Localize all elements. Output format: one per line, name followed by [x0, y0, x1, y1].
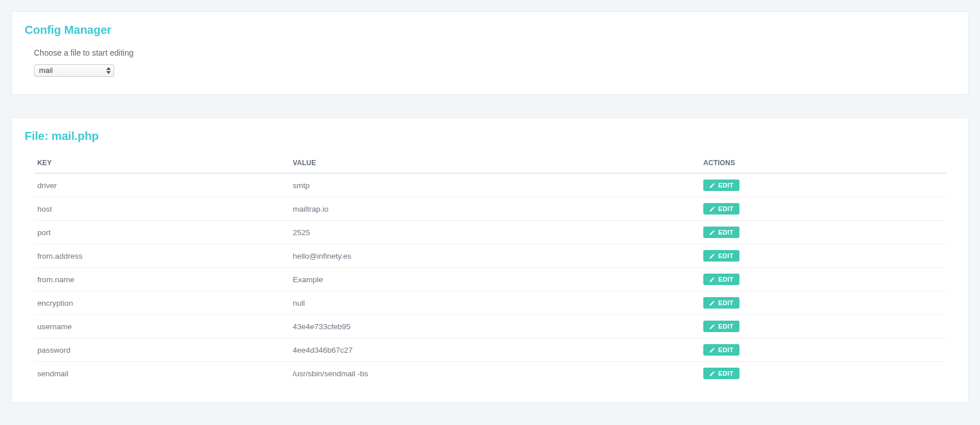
edit-icon [709, 206, 715, 212]
table-row: hostmailtrap.ioEDIT [34, 197, 946, 221]
config-manager-header: Config Manager [12, 12, 968, 48]
cell-actions: EDIT [700, 197, 946, 221]
cell-key: host [34, 197, 289, 221]
edit-button-label: EDIT [718, 229, 734, 236]
edit-icon [709, 229, 715, 236]
file-panel: File: mail.php KEY VALUE ACTIONS drivers… [11, 118, 969, 403]
cell-actions: EDIT [700, 173, 946, 197]
cell-key: driver [34, 173, 289, 197]
edit-icon [709, 253, 715, 259]
cell-key: sendmail [34, 362, 289, 385]
table-row: driversmtpEDIT [34, 173, 946, 197]
edit-button-label: EDIT [718, 346, 734, 353]
edit-button-label: EDIT [718, 299, 734, 306]
config-manager-title: Config Manager [25, 24, 955, 37]
column-header-value: VALUE [289, 153, 700, 173]
table-row: from.nameExampleEDIT [34, 268, 946, 291]
cell-value: null [289, 291, 700, 315]
table-header-row: KEY VALUE ACTIONS [34, 153, 946, 173]
column-header-actions: ACTIONS [700, 153, 946, 173]
cell-value: 2525 [289, 221, 700, 244]
cell-actions: EDIT [700, 244, 946, 268]
file-body: KEY VALUE ACTIONS driversmtpEDIThostmail… [12, 153, 968, 402]
edit-icon [709, 276, 715, 283]
table-row: username43e4e733cfeb95EDIT [34, 315, 946, 338]
cell-key: from.name [34, 268, 289, 291]
edit-button[interactable]: EDIT [703, 203, 739, 215]
edit-button-label: EDIT [718, 205, 734, 212]
edit-button[interactable]: EDIT [703, 321, 739, 332]
edit-icon [709, 182, 715, 189]
config-manager-body: Choose a file to start editing mail [12, 48, 968, 94]
edit-button[interactable]: EDIT [703, 274, 739, 285]
table-row: from.addresshello@infinety.esEDIT [34, 244, 946, 268]
cell-actions: EDIT [700, 268, 946, 291]
column-header-key: KEY [34, 153, 289, 173]
cell-key: from.address [34, 244, 289, 268]
table-row: encryptionnullEDIT [34, 291, 946, 315]
edit-button[interactable]: EDIT [703, 297, 739, 309]
edit-button-label: EDIT [718, 323, 734, 330]
file-select-label: Choose a file to start editing [34, 48, 946, 57]
edit-button[interactable]: EDIT [703, 344, 739, 356]
edit-icon [709, 371, 715, 377]
file-title: File: mail.php [12, 118, 968, 153]
cell-value: 43e4e733cfeb95 [289, 315, 700, 338]
edit-button-label: EDIT [718, 370, 734, 377]
cell-key: username [34, 315, 289, 338]
cell-actions: EDIT [700, 315, 946, 338]
edit-icon [709, 300, 715, 306]
config-manager-panel: Config Manager Choose a file to start ed… [11, 11, 969, 95]
cell-value: /usr/sbin/sendmail -bs [289, 362, 700, 385]
cell-value: hello@infinety.es [289, 244, 700, 268]
cell-key: encryption [34, 291, 289, 315]
cell-key: port [34, 221, 289, 244]
edit-icon [709, 323, 715, 330]
edit-button[interactable]: EDIT [703, 250, 739, 262]
cell-actions: EDIT [700, 291, 946, 315]
edit-button[interactable]: EDIT [703, 227, 739, 238]
table-row: port2525EDIT [34, 221, 946, 244]
edit-button-label: EDIT [718, 182, 734, 189]
file-select[interactable]: mail [34, 64, 114, 77]
edit-button[interactable]: EDIT [703, 368, 739, 379]
cell-actions: EDIT [700, 221, 946, 244]
edit-button-label: EDIT [718, 252, 734, 259]
edit-button[interactable]: EDIT [703, 180, 739, 191]
cell-value: Example [289, 268, 700, 291]
cell-value: mailtrap.io [289, 197, 700, 221]
cell-value: smtp [289, 173, 700, 197]
edit-button-label: EDIT [718, 276, 734, 283]
table-row: password4ee4d346b67c27EDIT [34, 338, 946, 362]
table-row: sendmail/usr/sbin/sendmail -bsEDIT [34, 362, 946, 385]
cell-actions: EDIT [700, 338, 946, 362]
cell-key: password [34, 338, 289, 362]
cell-actions: EDIT [700, 362, 946, 385]
config-table: KEY VALUE ACTIONS driversmtpEDIThostmail… [34, 153, 946, 385]
file-select-wrapper: mail [34, 64, 114, 77]
edit-icon [709, 347, 715, 353]
cell-value: 4ee4d346b67c27 [289, 338, 700, 362]
